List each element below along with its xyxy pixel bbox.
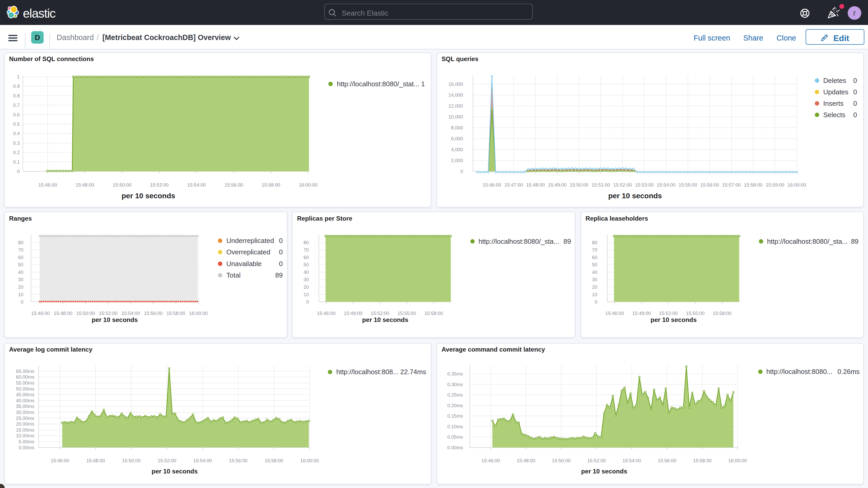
- svg-text:15:54:00: 15:54:00: [657, 182, 675, 188]
- svg-text:15:59:00: 15:59:00: [766, 182, 784, 188]
- svg-text:15:56:00: 15:56:00: [229, 458, 248, 463]
- svg-text:15:55:00: 15:55:00: [678, 182, 697, 188]
- svg-text:15:55:00: 15:55:00: [686, 311, 705, 316]
- svg-text:70: 70: [304, 247, 309, 253]
- svg-text:4,000: 4,000: [451, 147, 463, 152]
- svg-text:15:54:00: 15:54:00: [622, 458, 641, 463]
- svg-text:20.00ms: 20.00ms: [16, 422, 34, 427]
- svg-text:80: 80: [592, 240, 597, 246]
- svg-text:15:48:00: 15:48:00: [526, 182, 545, 188]
- svg-text:15:58:00: 15:58:00: [265, 458, 283, 463]
- svg-text:0: 0: [21, 299, 23, 305]
- svg-text:70: 70: [592, 247, 597, 253]
- svg-text:15:58:00: 15:58:00: [262, 182, 280, 188]
- svg-text:0.30ms: 0.30ms: [447, 382, 463, 387]
- svg-text:15:48:00: 15:48:00: [54, 311, 72, 316]
- svg-text:16:00:00: 16:00:00: [300, 458, 319, 463]
- svg-text:15:46:00: 15:46:00: [31, 311, 50, 316]
- svg-text:15:58:00: 15:58:00: [713, 311, 731, 316]
- svg-text:15:46:00: 15:46:00: [481, 458, 500, 463]
- svg-text:30: 30: [304, 277, 309, 282]
- svg-text:50.00ms: 50.00ms: [16, 386, 34, 392]
- svg-text:10: 10: [304, 292, 309, 297]
- svg-text:http://localhost:8080/_stat...: http://localhost:8080/_stat...: [337, 80, 420, 88]
- svg-text:16:00:00: 16:00:00: [189, 311, 208, 316]
- svg-text:55.00ms: 55.00ms: [16, 380, 34, 386]
- svg-text:15:54:00: 15:54:00: [121, 311, 140, 316]
- svg-text:per 10 seconds: per 10 seconds: [122, 191, 176, 200]
- svg-text:per 10 seconds: per 10 seconds: [650, 316, 696, 324]
- svg-text:Replica leaseholders: Replica leaseholders: [586, 215, 648, 222]
- svg-text:15:52:00: 15:52:00: [158, 458, 177, 463]
- svg-text:15:52:00: 15:52:00: [99, 311, 118, 316]
- svg-text:15:50:00: 15:50:00: [122, 458, 141, 463]
- svg-text:45.00ms: 45.00ms: [16, 392, 34, 398]
- svg-text:10,000: 10,000: [448, 114, 463, 120]
- svg-text:15:58:00: 15:58:00: [744, 182, 763, 188]
- svg-text:Overreplicated: Overreplicated: [226, 248, 270, 256]
- svg-text:30.00ms: 30.00ms: [16, 409, 34, 415]
- svg-text:15:48:00: 15:48:00: [86, 458, 105, 463]
- svg-text:15:49:00: 15:49:00: [344, 311, 363, 316]
- svg-text:0.00ms: 0.00ms: [19, 445, 34, 450]
- svg-text:15:50:00: 15:50:00: [552, 458, 570, 463]
- svg-text:70: 70: [18, 247, 23, 253]
- svg-text:25.00ms: 25.00ms: [16, 416, 34, 421]
- svg-text:89: 89: [851, 238, 858, 245]
- svg-text:60: 60: [592, 255, 597, 261]
- svg-text:16:00:00: 16:00:00: [728, 458, 747, 463]
- svg-text:6,000: 6,000: [451, 136, 463, 141]
- svg-text:Average log commit latency: Average log commit latency: [9, 346, 93, 353]
- svg-text:Selects: Selects: [823, 111, 845, 119]
- svg-text:10: 10: [592, 292, 597, 297]
- svg-text:15:50:00: 15:50:00: [113, 182, 131, 188]
- svg-text:0.05ms: 0.05ms: [447, 434, 463, 440]
- svg-text:15:56:00: 15:56:00: [657, 458, 676, 463]
- svg-text:22.74ms: 22.74ms: [400, 368, 426, 376]
- svg-text:15:50:00: 15:50:00: [569, 182, 588, 188]
- svg-text:0.4: 0.4: [13, 131, 20, 136]
- svg-text:50: 50: [304, 262, 309, 268]
- svg-text:0.5: 0.5: [13, 121, 20, 127]
- svg-text:Deletes: Deletes: [823, 77, 846, 85]
- svg-text:89: 89: [564, 238, 571, 245]
- svg-text:0.20ms: 0.20ms: [447, 403, 463, 408]
- svg-text:60: 60: [18, 255, 23, 261]
- svg-text:0: 0: [853, 77, 857, 85]
- svg-text:50: 50: [18, 262, 23, 268]
- svg-text:40.00ms: 40.00ms: [16, 398, 34, 403]
- svg-text:12,000: 12,000: [448, 103, 463, 109]
- svg-text:15:54:00: 15:54:00: [187, 182, 206, 188]
- svg-text:0.8: 0.8: [13, 93, 20, 98]
- svg-text:10.00ms: 10.00ms: [16, 433, 34, 439]
- svg-text:Updates: Updates: [823, 88, 848, 96]
- svg-text:15.00ms: 15.00ms: [16, 427, 34, 433]
- svg-text:40: 40: [304, 270, 309, 275]
- svg-text:15:46:00: 15:46:00: [482, 182, 501, 188]
- svg-text:15:52:00: 15:52:00: [150, 182, 169, 188]
- svg-text:per 10 seconds: per 10 seconds: [581, 468, 627, 475]
- svg-text:0.9: 0.9: [13, 84, 20, 89]
- svg-text:15:52:00: 15:52:00: [659, 311, 678, 316]
- svg-text:15:47:00: 15:47:00: [504, 182, 523, 188]
- svg-text:15:54:00: 15:54:00: [193, 458, 212, 463]
- svg-text:0: 0: [853, 99, 857, 107]
- svg-text:15:52:00: 15:52:00: [613, 182, 632, 188]
- svg-text:16:00:00: 16:00:00: [787, 182, 806, 188]
- svg-text:0: 0: [853, 88, 857, 96]
- svg-text:15:58:00: 15:58:00: [425, 311, 443, 316]
- svg-text:per 10 seconds: per 10 seconds: [92, 316, 138, 324]
- svg-text:15:56:00: 15:56:00: [700, 182, 719, 188]
- svg-text:20: 20: [304, 284, 309, 290]
- svg-text:15:58:00: 15:58:00: [693, 458, 712, 463]
- svg-text:60: 60: [304, 255, 309, 261]
- svg-text:15:46:00: 15:46:00: [605, 311, 624, 316]
- svg-text:15:55:00: 15:55:00: [398, 311, 416, 316]
- svg-text:10: 10: [18, 292, 23, 297]
- svg-text:0.7: 0.7: [13, 102, 20, 108]
- svg-text:40: 40: [592, 270, 597, 275]
- svg-text:Average command commit latency: Average command commit latency: [441, 346, 545, 353]
- svg-text:15:51:00: 15:51:00: [591, 182, 610, 188]
- svg-text:8,000: 8,000: [451, 125, 463, 130]
- svg-text:15:46:00: 15:46:00: [317, 311, 336, 316]
